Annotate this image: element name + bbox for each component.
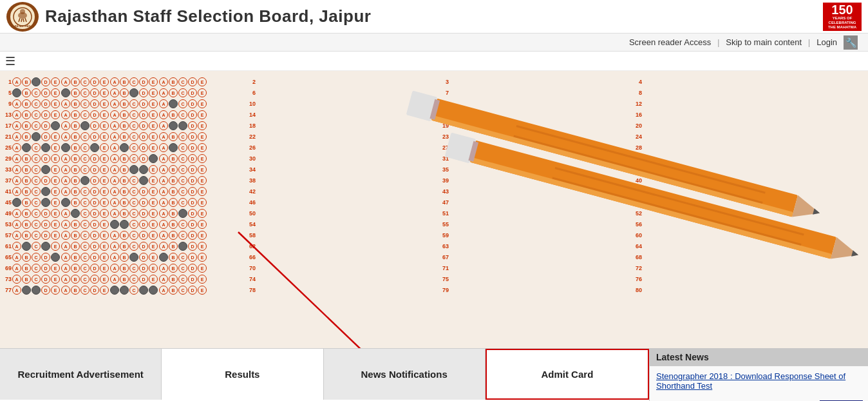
top-nav: Screen reader Access | Skip to main cont…	[0, 34, 868, 52]
screen-reader-link[interactable]: Screen reader Access	[629, 37, 711, 47]
news-panel: Latest News Stenographer 2018 : Download…	[649, 348, 868, 401]
tab-admit-card[interactable]: Admit Card	[486, 349, 649, 400]
header-left: RAJASTHAN Rajasthan Staff Selection Boar…	[6, 2, 371, 32]
hero-section: 1ABDEABCDEABCDEABCDE2345BCDEBCDEABDEABCD…	[0, 71, 868, 348]
hamburger-icon[interactable]: ☰	[5, 54, 15, 68]
anniversary-number: 150	[831, 3, 853, 16]
anniversary-logo: 150 YEARS OF CELEBRATING THE MAHATMA	[823, 3, 862, 31]
news-panel-content: Stenographer 2018 : Download Response Sh…	[650, 366, 868, 397]
bottom-section: Recruitment Advertisement Results News N…	[0, 348, 868, 401]
tab-news-label: News Notifications	[361, 369, 448, 380]
svg-point-3	[20, 9, 25, 14]
tab-news-notifications[interactable]: News Notifications	[324, 349, 486, 400]
anniversary-text: YEARS OF CELEBRATING THE MAHATMA	[828, 16, 856, 30]
tab-results[interactable]: Results	[162, 349, 323, 400]
separator-2: |	[808, 38, 810, 47]
tool-button[interactable]: 🔧	[844, 35, 858, 50]
svg-text:RAJASTHAN: RAJASTHAN	[15, 24, 31, 28]
tab-recruitment[interactable]: Recruitment Advertisement	[0, 349, 162, 400]
login-link[interactable]: Login	[816, 37, 837, 47]
menu-bar: ☰	[0, 52, 868, 71]
skip-main-link[interactable]: Skip to main content	[726, 37, 802, 47]
tab-admit-label: Admit Card	[541, 369, 593, 380]
omr-background: 1ABDEABCDEABCDEABCDE2345BCDEBCDEABDEABCD…	[0, 71, 868, 348]
news-panel-header: Latest News	[650, 348, 868, 366]
news-item-1[interactable]: Stenographer 2018 : Download Response Sh…	[656, 371, 862, 391]
site-header: RAJASTHAN Rajasthan Staff Selection Boar…	[0, 0, 868, 34]
tab-results-label: Results	[225, 369, 259, 380]
header-right-logo: 150 YEARS OF CELEBRATING THE MAHATMA	[823, 3, 862, 31]
emblem-logo: RAJASTHAN	[6, 2, 39, 32]
svg-line-6	[23, 19, 24, 22]
separator-1: |	[717, 38, 719, 47]
svg-line-5	[21, 19, 22, 22]
tab-recruitment-label: Recruitment Advertisement	[17, 369, 143, 380]
tab-bar: Recruitment Advertisement Results News N…	[0, 348, 649, 400]
site-title: Rajasthan Staff Selection Board, Jaipur	[45, 6, 371, 26]
